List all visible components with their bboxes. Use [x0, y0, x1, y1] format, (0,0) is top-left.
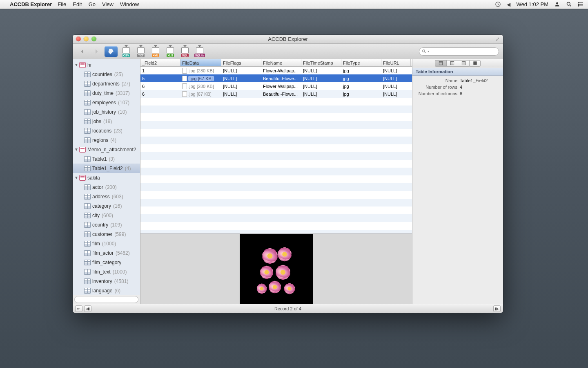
file-icon	[182, 83, 187, 89]
table-icon	[84, 241, 91, 247]
table-Table1_Field2[interactable]: Table1_Field2(4)	[73, 164, 140, 173]
table-actor[interactable]: actor(200)	[73, 182, 140, 192]
db-sakila[interactable]: ▼sakila	[73, 173, 140, 182]
table-tree[interactable]: ▼hrcountries(25)departments(27)duty_time…	[73, 59, 140, 295]
file-icon	[182, 68, 187, 74]
app-window: ACCDB Explorer ⤢ CSVTXTXMLXLSSQLSQLite ▾…	[73, 35, 503, 313]
fullscreen-icon[interactable]: ⤢	[495, 36, 500, 42]
grid-body[interactable]: 1.jpg [280 KB][NULL]Flower-Wallpap...[NU…	[140, 67, 412, 233]
window-close-button[interactable]	[76, 36, 81, 41]
column-header-FileType[interactable]: FileType	[341, 59, 381, 66]
table-locations[interactable]: locations(23)	[73, 126, 140, 135]
user-icon[interactable]	[554, 1, 560, 7]
sidebar-search-input[interactable]	[74, 296, 138, 303]
nav-forward-button[interactable]	[91, 47, 102, 56]
table-icon	[84, 81, 91, 87]
menu-window[interactable]: Window	[120, 1, 139, 7]
table-customer[interactable]: customer(599)	[73, 229, 140, 239]
notification-center-icon[interactable]	[578, 1, 584, 7]
view-tab-columns-icon[interactable]	[446, 60, 458, 67]
table-row[interactable]: 6.jpg [67 KB][NULL]Beautiful-Flowe...[NU…	[140, 90, 412, 98]
clock[interactable]: Wed 1:02 PM	[516, 1, 548, 7]
table-row[interactable]: 5.jpg [67 KB][NULL]Beautiful-Flowe...[NU…	[140, 74, 412, 82]
svg-point-35	[280, 269, 285, 274]
table-row[interactable]: 1.jpg [280 KB][NULL]Flower-Wallpap...[NU…	[140, 67, 412, 74]
svg-point-7	[578, 2, 579, 3]
svg-point-2	[567, 2, 570, 6]
run-query-button[interactable]	[105, 46, 118, 57]
prev-record-button[interactable]: ◂▮	[84, 305, 91, 312]
table-employees[interactable]: employees(107)	[73, 98, 140, 107]
window-minimize-button[interactable]	[84, 36, 89, 41]
grid-header[interactable]: _Field2FileDataFileFlagsFileNameFileTime…	[140, 59, 412, 67]
view-tab-expand-icon[interactable]	[469, 60, 481, 67]
column-header-FileName[interactable]: FileName	[261, 59, 301, 66]
column-header-_Field2[interactable]: _Field2	[140, 59, 180, 66]
disclosure-triangle-icon[interactable]: ▼	[74, 147, 79, 152]
spotlight-icon[interactable]	[566, 1, 572, 7]
table-regions[interactable]: regions(4)	[73, 135, 140, 145]
table-city[interactable]: city(600)	[73, 211, 140, 220]
db-Memo_n_attachment2[interactable]: ▼Memo_n_attachment2	[73, 145, 140, 154]
table-row[interactable]: 6.jpg [280 KB][NULL]Flower-Wallpap...[NU…	[140, 82, 412, 90]
table-icon	[84, 166, 91, 171]
record-indicator: Record 2 of 4	[274, 306, 301, 311]
app-name[interactable]: ACCDB Explorer	[10, 1, 52, 7]
svg-point-41	[272, 285, 276, 289]
column-header-FileTimeStamp[interactable]: FileTimeStamp	[301, 59, 341, 66]
next-record-button[interactable]: ▮▸	[493, 305, 501, 312]
preview-image[interactable]	[240, 234, 313, 304]
menu-file[interactable]: File	[58, 1, 66, 7]
window-titlebar[interactable]: ACCDB Explorer ⤢	[73, 35, 503, 44]
table-language[interactable]: language(6)	[73, 286, 140, 295]
table-film[interactable]: film(1000)	[73, 239, 140, 248]
table-jobs[interactable]: jobs(19)	[73, 117, 140, 126]
export-sqlite-button[interactable]: SQLite	[194, 46, 206, 57]
volume-icon[interactable]: ◀	[507, 2, 510, 7]
export-sql-button[interactable]: SQL	[179, 46, 191, 57]
view-tab-rows-icon[interactable]	[458, 60, 469, 67]
svg-point-1	[556, 2, 558, 4]
db-hr[interactable]: ▼hr	[73, 60, 140, 70]
table-category[interactable]: category(16)	[73, 201, 140, 211]
table-countries[interactable]: countries(25)	[73, 70, 140, 79]
table-Table1[interactable]: Table1(3)	[73, 154, 140, 164]
svg-point-23	[282, 252, 287, 257]
table-icon	[84, 203, 91, 209]
toolbar-search[interactable]: ▾	[419, 47, 499, 56]
first-record-button[interactable]: ⇤	[75, 305, 82, 312]
inspector-row: Number of rows4	[416, 85, 500, 90]
export-txt-button[interactable]: TXT	[135, 46, 147, 57]
file-icon	[182, 91, 187, 97]
column-header-FileFlags[interactable]: FileFlags	[221, 59, 261, 66]
export-xml-button[interactable]: XML	[149, 46, 162, 57]
table-film_category[interactable]: film_category	[73, 258, 140, 267]
table-icon	[84, 137, 91, 143]
export-csv-button[interactable]: CSV	[120, 46, 132, 57]
inspector-row: NameTable1_Field2	[416, 78, 500, 83]
export-xls-button[interactable]: XLS	[164, 46, 176, 57]
menu-go[interactable]: Go	[89, 1, 96, 7]
view-tab-table-icon[interactable]	[435, 60, 446, 67]
table-film_actor[interactable]: film_actor(5462)	[73, 248, 140, 258]
table-film_text[interactable]: film_text(1000)	[73, 267, 140, 276]
table-country[interactable]: country(109)	[73, 220, 140, 229]
nav-back-button[interactable]	[77, 47, 88, 56]
table-job_history[interactable]: job_history(10)	[73, 107, 140, 117]
table-address[interactable]: address(603)	[73, 192, 140, 201]
disclosure-triangle-icon[interactable]: ▼	[74, 175, 79, 180]
disclosure-triangle-icon[interactable]: ▼	[74, 63, 79, 67]
table-icon	[84, 213, 91, 218]
table-departments[interactable]: departments(27)	[73, 79, 140, 88]
table-icon	[84, 119, 91, 124]
window-zoom-button[interactable]	[91, 36, 96, 41]
time-machine-icon[interactable]	[495, 1, 501, 7]
table-duty_time[interactable]: duty_time(3317)	[73, 88, 140, 98]
table-inventory[interactable]: inventory(4581)	[73, 276, 140, 286]
svg-rect-54	[439, 61, 442, 65]
toolbar: CSVTXTXMLXLSSQLSQLite ▾	[73, 44, 503, 59]
menu-view[interactable]: View	[102, 1, 114, 7]
column-header-FileData[interactable]: FileData	[180, 59, 221, 66]
menu-edit[interactable]: Edit	[73, 1, 82, 7]
column-header-FileURL[interactable]: FileURL	[381, 59, 411, 66]
